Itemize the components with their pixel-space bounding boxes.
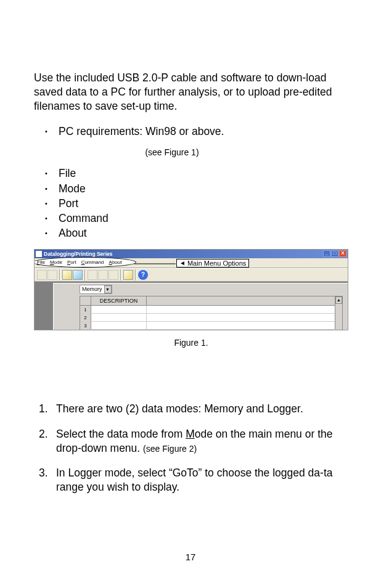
- menu-file[interactable]: File: [37, 259, 45, 265]
- toolbar-separator-2: [84, 269, 86, 280]
- toolbar-btn-8[interactable]: [123, 270, 133, 280]
- toolbar-btn-6[interactable]: [98, 270, 108, 280]
- page-number: 17: [0, 552, 381, 562]
- row-num-2: 2: [80, 314, 91, 321]
- grid-corner: [80, 296, 91, 305]
- menu-about[interactable]: About: [109, 259, 122, 265]
- table-row[interactable]: 1: [80, 306, 342, 314]
- mode-dropdown[interactable]: Memory ▼: [80, 285, 112, 294]
- menu-command[interactable]: Command: [81, 259, 104, 265]
- dropdown-value: Memory: [82, 286, 102, 292]
- child-window: Memory ▼ DESCRIPTION 1 2: [53, 283, 348, 330]
- row-num-1: 1: [80, 306, 91, 313]
- minimize-button[interactable]: _: [323, 250, 330, 257]
- window-buttons: _ □ X: [323, 250, 346, 257]
- dropdown-row: Memory ▼: [54, 284, 348, 295]
- toolbar-btn-3[interactable]: [62, 270, 72, 280]
- callout-text: Main Menu Options: [187, 259, 246, 267]
- close-button[interactable]: X: [339, 250, 346, 257]
- toolbar-btn-7[interactable]: [109, 270, 118, 280]
- data-grid: DESCRIPTION 1 2 3: [80, 296, 343, 330]
- vertical-scrollbar[interactable]: ▲: [335, 296, 342, 329]
- table-row[interactable]: 2: [80, 314, 342, 322]
- row-1-desc[interactable]: [91, 306, 147, 313]
- menu-port[interactable]: Port: [67, 259, 76, 265]
- step-3: In Logger mode, select “GoTo” to choose …: [34, 466, 347, 494]
- table-row[interactable]: 3: [80, 322, 342, 330]
- row-3-desc[interactable]: [91, 322, 147, 329]
- arrow-left-icon: ◄: [179, 260, 186, 266]
- toolbar-btn-4[interactable]: [73, 270, 83, 280]
- app-icon: [36, 251, 42, 257]
- step-1: There are two (2) data modes: Memory and…: [34, 402, 347, 416]
- bullet-port: Port: [45, 196, 347, 211]
- see-figure-1: (see Figure 1): [15, 147, 329, 157]
- menu-bullet-list: File Mode Port Command About: [34, 166, 347, 240]
- menu-oval-highlight: File Mode Port Command About: [34, 257, 136, 267]
- figure-1-wrap: Datalogging/Printing Series _ □ X File M…: [34, 249, 348, 348]
- grid-header: DESCRIPTION: [80, 296, 342, 306]
- toolbar-btn-1[interactable]: [37, 270, 47, 280]
- intro-paragraph: Use the included USB 2.0-P cable and sof…: [34, 71, 347, 113]
- chevron-down-icon[interactable]: ▼: [104, 285, 112, 293]
- help-icon[interactable]: ?: [138, 270, 148, 280]
- window-title: Datalogging/Printing Series: [44, 251, 112, 257]
- toolbar: ?: [35, 268, 348, 282]
- col-rest: [147, 296, 342, 305]
- figure-1-caption: Figure 1.: [34, 338, 348, 348]
- toolbar-btn-2[interactable]: [47, 270, 57, 280]
- col-description: DESCRIPTION: [91, 296, 147, 305]
- row-2-desc[interactable]: [91, 314, 147, 321]
- callout-line: [134, 261, 178, 267]
- main-menu-callout: ◄ Main Menu Options: [176, 259, 249, 267]
- mdi-background: Memory ▼ DESCRIPTION 1 2: [35, 282, 348, 330]
- menubar: File Mode Port Command About ◄ Main Menu…: [35, 258, 348, 268]
- app-screenshot: Datalogging/Printing Series _ □ X File M…: [34, 249, 348, 330]
- maximize-button[interactable]: □: [331, 250, 338, 257]
- toolbar-separator: [59, 269, 60, 280]
- toolbar-btn-5[interactable]: [88, 270, 97, 280]
- bullet-command: Command: [45, 211, 347, 226]
- pc-req-item: PC requirements: Win98 or above.: [45, 124, 347, 139]
- bullet-file: File: [45, 166, 347, 181]
- pc-req-list: PC requirements: Win98 or above.: [34, 124, 347, 139]
- toolbar-separator-4: [135, 269, 136, 280]
- menu-mode[interactable]: Mode: [50, 259, 62, 265]
- row-num-3: 3: [80, 322, 91, 329]
- bullet-mode: Mode: [45, 181, 347, 196]
- toolbar-separator-3: [120, 269, 121, 280]
- step-2: Select the data mode from Mode on the ma…: [34, 427, 347, 455]
- scroll-up-icon[interactable]: ▲: [335, 296, 342, 304]
- numbered-steps: There are two (2) data modes: Memory and…: [34, 402, 347, 494]
- bullet-about: About: [45, 226, 347, 240]
